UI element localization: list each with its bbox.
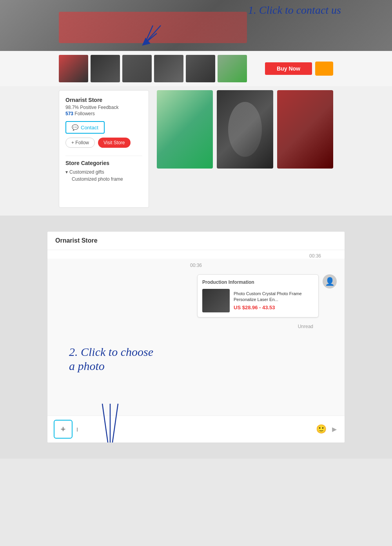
chat-store-name: Ornarist Store <box>55 237 98 244</box>
product-card-thumbnail <box>202 289 230 312</box>
follow-button[interactable]: + Follow <box>65 138 95 148</box>
product-card-price: US $28.96 - 43.53 <box>234 305 314 310</box>
product-image-2[interactable] <box>217 90 273 169</box>
feedback-text: 98.7% Positive Feedback <box>65 105 142 110</box>
chat-timestamp-top: 00:36 <box>47 250 345 259</box>
annotation-1: 1. Click to contact us <box>248 4 341 16</box>
store-area: Ornarist Store 98.7% Positive Feedback 5… <box>0 86 392 216</box>
product-card[interactable]: Production Information Photo Custom Crys… <box>197 274 319 317</box>
chat-section: Ornarist Store 00:36 00:36 Production In… <box>47 231 345 443</box>
timestamp-top-value: 00:36 <box>309 253 321 259</box>
plus-icon: + <box>61 424 66 434</box>
send-button[interactable]: ► <box>330 425 338 434</box>
category-sub-photo-frame[interactable]: Customized photo frame <box>72 176 142 182</box>
followers-text: 573 Followers <box>65 111 142 116</box>
chat-icon: 💬 <box>72 124 78 131</box>
product-card-info: Photo Custom Crystal Photo Frame Persona… <box>234 291 314 310</box>
product-images <box>157 90 333 208</box>
store-action-row: + Follow Visit Store <box>65 138 142 148</box>
contact-button[interactable]: 💬 Contact <box>65 121 105 134</box>
send-icon: ► <box>330 425 338 434</box>
emoji-button[interactable]: 🙂 <box>316 424 327 434</box>
top-section: 1. Click to contact us Buy Now <box>0 0 392 216</box>
thumbnail-row: Buy Now <box>0 51 392 86</box>
category-sub-label: Customized photo frame <box>72 176 123 182</box>
chat-header: Ornarist Store <box>47 232 345 250</box>
avatar-icon: 👤 <box>325 277 335 286</box>
product-card-name: Photo Custom Crystal Photo Frame Persona… <box>234 291 314 302</box>
unread-label: Unread <box>55 324 337 329</box>
timestamp-center-value: 00:36 <box>190 263 202 268</box>
annotation-2: 2. Click to choose a photo <box>69 345 153 373</box>
product-image-1[interactable] <box>157 90 213 169</box>
product-image-3[interactable] <box>277 90 333 169</box>
store-name: Ornarist Store <box>65 97 142 103</box>
categories-title: Store Categories <box>65 160 142 166</box>
thumbnail-6[interactable] <box>218 55 247 82</box>
visit-store-button[interactable]: Visit Store <box>98 138 130 148</box>
product-info-label: Production Information <box>202 279 314 285</box>
store-card: Ornarist Store 98.7% Positive Feedback 5… <box>59 90 149 208</box>
thumbnail-5[interactable] <box>186 55 215 82</box>
arrow-1-svg <box>129 22 176 51</box>
chat-timestamp-center: 00:36 <box>55 263 337 268</box>
cart-button[interactable] <box>315 62 333 76</box>
chat-body: 00:36 Production Information Photo Custo… <box>47 259 345 415</box>
category-customized-gifts[interactable]: ▾ Customized gifts <box>65 169 142 175</box>
category-arrow-icon: ▾ <box>65 169 68 175</box>
thumbnail-4[interactable] <box>154 55 183 82</box>
divider <box>65 156 142 156</box>
product-card-content: Photo Custom Crystal Photo Frame Persona… <box>202 289 314 312</box>
buy-now-button[interactable]: Buy Now <box>265 62 312 75</box>
contact-label: Contact <box>81 125 98 131</box>
add-photo-button[interactable]: + <box>54 420 73 439</box>
feedback-percentage: 98.7% Positive Feedback <box>65 105 118 110</box>
thumbnail-3[interactable] <box>122 55 152 82</box>
chat-container-outer: Ornarist Store 00:36 00:36 Production In… <box>0 216 392 459</box>
category-label: Customized gifts <box>69 169 104 175</box>
user-avatar: 👤 <box>323 274 337 288</box>
annotation-2-line1: 2. Click to choose <box>69 345 153 359</box>
followers-count: 573 <box>65 111 73 116</box>
thumbnail-1[interactable] <box>59 55 88 82</box>
annotation-2-line2: a photo <box>69 359 153 373</box>
arrow-2-svg <box>79 400 142 443</box>
unread-text: Unread <box>298 324 313 329</box>
store-banner: 1. Click to contact us <box>0 0 392 51</box>
message-row: Production Information Photo Custom Crys… <box>55 274 337 317</box>
thumbnail-2[interactable] <box>91 55 120 82</box>
emoji-icon: 🙂 <box>316 424 327 434</box>
